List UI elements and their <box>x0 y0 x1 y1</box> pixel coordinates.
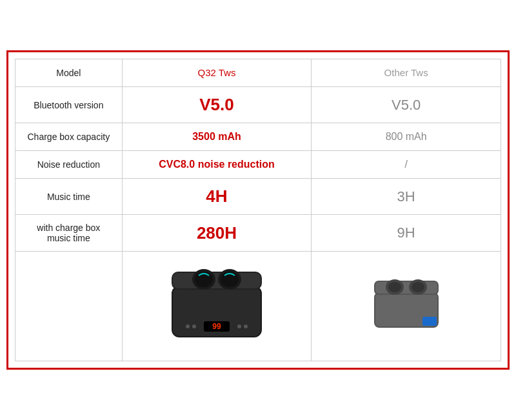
bluetooth-q32-value: V5.0 <box>199 95 234 114</box>
svg-point-10 <box>186 325 190 328</box>
capacity-feature-label: Charge box capacity <box>28 132 110 142</box>
charge-music-other-cell: 9H <box>312 215 501 252</box>
svg-rect-17 <box>375 282 437 294</box>
noise-q32-cell: CVC8.0 noise reduction <box>122 151 312 179</box>
image-row: 99 <box>15 252 501 361</box>
image-other-cell <box>312 252 501 361</box>
svg-point-11 <box>192 325 196 328</box>
header-row: Model Q32 Tws Other Tws <box>15 59 501 87</box>
bluetooth-other-cell: V5.0 <box>312 87 501 123</box>
bluetooth-q32-cell: V5.0 <box>122 87 312 123</box>
svg-point-19 <box>388 282 401 292</box>
noise-feature-label: Noise reduction <box>37 159 100 170</box>
charge-music-feature-cell: with charge boxmusic time <box>15 215 123 252</box>
q32-product-image: 99 <box>159 260 275 350</box>
music-time-feature-cell: Music time <box>15 179 123 215</box>
image-q32-cell: 99 <box>122 252 312 361</box>
music-time-q32-value: 4H <box>206 186 227 206</box>
svg-point-13 <box>244 325 248 328</box>
noise-other-cell: / <box>312 151 501 179</box>
charge-music-q32-value: 280H <box>197 223 237 243</box>
model-label: Model <box>56 68 81 78</box>
other-header-cell: Other Tws <box>312 59 501 87</box>
image-feature-cell <box>15 252 123 361</box>
charge-music-row: with charge boxmusic time 280H 9H <box>15 215 501 252</box>
bluetooth-row: Bluetooth version V5.0 V5.0 <box>15 87 501 123</box>
capacity-row: Charge box capacity 3500 mAh 800 mAh <box>15 123 501 151</box>
capacity-other-value: 800 mAh <box>386 131 427 142</box>
music-time-other-value: 3H <box>397 188 415 205</box>
noise-row: Noise reduction CVC8.0 noise reduction / <box>15 151 501 179</box>
music-time-row: Music time 4H 3H <box>15 179 501 215</box>
bluetooth-feature-cell: Bluetooth version <box>15 87 123 123</box>
bluetooth-other-value: V5.0 <box>392 97 421 113</box>
q32-header-label: Q32 Tws <box>198 67 236 78</box>
svg-rect-3 <box>173 273 261 288</box>
noise-feature-cell: Noise reduction <box>15 151 123 179</box>
charge-music-other-value: 9H <box>397 225 415 241</box>
capacity-q32-value: 3500 mAh <box>192 131 241 142</box>
capacity-other-cell: 800 mAh <box>312 123 501 151</box>
noise-other-value: / <box>404 159 407 170</box>
q32-header-cell: Q32 Tws <box>122 59 312 87</box>
noise-q32-value: CVC8.0 noise reduction <box>159 159 275 170</box>
bluetooth-feature-label: Bluetooth version <box>34 100 103 110</box>
other-product-image <box>368 273 445 337</box>
charge-music-q32-cell: 280H <box>122 215 312 252</box>
svg-text:99: 99 <box>212 322 221 331</box>
music-time-feature-label: Music time <box>47 192 90 202</box>
capacity-feature-cell: Charge box capacity <box>15 123 123 151</box>
svg-point-12 <box>237 325 241 328</box>
charge-music-feature-label: with charge boxmusic time <box>37 223 100 243</box>
svg-point-21 <box>412 282 424 292</box>
capacity-q32-cell: 3500 mAh <box>122 123 312 151</box>
model-label-cell: Model <box>15 59 123 87</box>
svg-rect-22 <box>422 317 437 326</box>
comparison-table: Model Q32 Tws Other Tws Bluetooth versio… <box>15 59 501 361</box>
comparison-table-wrapper: Model Q32 Tws Other Tws Bluetooth versio… <box>6 50 510 370</box>
music-time-other-cell: 3H <box>312 179 501 215</box>
other-header-label: Other Tws <box>384 67 428 78</box>
music-time-q32-cell: 4H <box>122 179 312 215</box>
